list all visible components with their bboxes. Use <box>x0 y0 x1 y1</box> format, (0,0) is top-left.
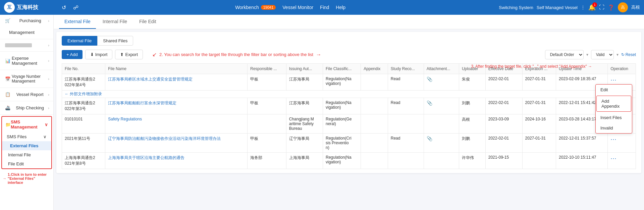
cell-file-no: 01010101 <box>62 114 105 134</box>
home-icon[interactable]: ☍ <box>71 3 80 12</box>
tab-file-edit[interactable]: File Edit <box>134 15 162 29</box>
sidebar-item-blurred[interactable]: › <box>0 40 53 51</box>
cell-file-name: 江苏海事局桥区水域水上交通安全监督管理规定 <box>105 74 248 91</box>
import-button[interactable]: ⬇ Import <box>85 50 113 59</box>
cell-classification: Regulation(General) <box>323 114 361 134</box>
cell-effective: 2022-02-01 <box>485 134 522 153</box>
help-circle-icon[interactable]: ❓ <box>608 4 614 11</box>
sidebar-item-vessel-report[interactable]: 📋 Vessel Report › <box>0 89 53 100</box>
notification-bell-icon[interactable]: 🔔1 <box>588 4 596 11</box>
help-link[interactable]: Help <box>336 5 345 10</box>
sub-tab-shared-files[interactable]: Shared Files <box>97 36 133 46</box>
operation-dots-btn4[interactable]: ··· <box>610 136 616 143</box>
cell-operation[interactable]: ··· <box>608 153 636 169</box>
sidebar-voyage-label: Voyage Number Management <box>12 74 48 84</box>
cell-issuing: Changjiang Maritime SafetyBureau <box>286 114 323 134</box>
tab-external-file[interactable]: External File <box>59 15 96 29</box>
col-uploader: Uploader <box>459 64 485 74</box>
sidebar-purchasing-label: Purchasing <box>19 18 41 23</box>
find-link[interactable]: Find <box>320 5 329 10</box>
sidebar-item-internal-file[interactable]: Internal File <box>2 150 51 159</box>
sub-tab-external-file[interactable]: External File <box>62 36 97 46</box>
more-options-icon[interactable]: ⋮ <box>581 5 585 10</box>
cell-file-name: 辽宁海事局防治船舶污染物接收作业活动污染海洋环境管理办法 <box>105 134 248 153</box>
sidebar-item-expense[interactable]: 📊 Expense Management › <box>0 52 53 69</box>
blurred-icon <box>5 43 32 47</box>
sidebar-item-file-edit[interactable]: File Edit <box>2 159 51 168</box>
logo-text: 互海科技 <box>17 4 38 11</box>
cell-responsible: 海务部 <box>248 153 286 169</box>
cell-uploader: 刘鹏 <box>459 134 485 153</box>
sms-management-section: 📁 SMS Management ∨ SMS Files ∨ External … <box>1 116 52 169</box>
cell-update-time: 2022-12-01 15:37:57 <box>556 134 608 153</box>
cell-attachment: 📎 <box>424 134 459 153</box>
sort-select[interactable]: Default Order <box>545 50 584 59</box>
attachment-icon: 📎 <box>427 76 432 82</box>
sidebar-item-external-files[interactable]: External Files <box>2 141 51 150</box>
cell-classification: Regulation(Crisis Prevention) <box>323 134 361 153</box>
file-name-link[interactable]: 江苏海事局桥区水域水上交通安全监督管理规定 <box>108 77 193 82</box>
operation-dots-btn5[interactable]: ··· <box>610 155 616 162</box>
cell-operation[interactable]: ··· Edit Add Appendix Insert Files Inval… <box>608 74 636 91</box>
switching-system[interactable]: Switching System <box>499 5 533 10</box>
col-attachment: Attachment... <box>424 64 459 74</box>
cell-uploader: 高根 <box>459 114 485 134</box>
table-container: File No. File Name Responsible ... Issui… <box>62 63 636 169</box>
file-name-link3[interactable]: Safety Regulations <box>108 117 142 121</box>
file-name-link5[interactable]: 上海海事局关于辖区沿海主要公航路的通告 <box>108 155 184 160</box>
export-button[interactable]: ⬆ Export <box>115 50 143 59</box>
cell-expiration: 2027-01-31 <box>522 134 556 153</box>
toolbar-area: + Add ⬇ Import ⬆ Export ↙ 2. You can sea… <box>62 50 636 59</box>
divider2 <box>0 51 53 52</box>
cell-appendix <box>361 74 388 91</box>
sidebar-item-voyage[interactable]: 📅 Voyage Number Management › <box>0 71 53 87</box>
cell-attachment: 📎 <box>424 98 459 114</box>
ship-icon: 🚢 <box>5 105 10 110</box>
sidebar-ship-label: Ship Checking <box>16 105 44 110</box>
vessel-monitor-link[interactable]: Vessel Monitor <box>282 5 313 10</box>
self-managed-vessel[interactable]: Self Managed Vessel <box>537 5 578 10</box>
col-classification: File Classific... <box>323 64 361 74</box>
reset-button[interactable]: ↻ Reset <box>621 52 636 57</box>
cell-file-no: 江苏海事局通告2022年第4号 <box>62 74 105 91</box>
cell-responsible: 甲板 <box>248 98 286 114</box>
file-name-link2[interactable]: 江苏海事局船舶航行富余水深管理规定 <box>108 101 176 105</box>
tab-internal-file[interactable]: Internal File <box>97 15 132 29</box>
vessel-icon: 📋 <box>5 92 10 97</box>
operation-dots-btn[interactable]: ··· <box>610 76 616 83</box>
divider5 <box>0 101 53 101</box>
sub-tabs: External File Shared Files <box>62 36 636 46</box>
workbench-link[interactable]: Workbench 19041 <box>235 5 276 10</box>
dropdown-edit[interactable]: Edit <box>596 85 632 95</box>
cell-operation[interactable]: ··· <box>608 134 636 153</box>
cell-attachment <box>424 153 459 169</box>
add-button[interactable]: + Add <box>62 50 83 59</box>
sidebar-item-ship-checking[interactable]: 🚢 Ship Checking › <box>0 102 53 114</box>
user-avatar[interactable]: 高 <box>618 2 628 12</box>
cell-file-no: 江苏海事局通告2022年第3号 <box>62 98 105 114</box>
sidebar-item-sms-files[interactable]: SMS Files ∨ <box>2 132 51 141</box>
import-icon: ⬇ <box>90 52 94 57</box>
voyage-icon: 📅 <box>5 76 10 82</box>
cell-appendix <box>361 153 388 169</box>
sidebar-item-management[interactable]: Management <box>0 27 53 38</box>
cell-study <box>388 114 424 134</box>
back-icon[interactable]: ↺ <box>59 3 68 12</box>
dropdown-invalid[interactable]: Invalid <box>596 123 632 133</box>
sidebar-vessel-label: Vessel Report <box>16 92 44 97</box>
fullscreen-icon[interactable]: ⛶ <box>599 4 604 10</box>
sidebar-item-purchasing[interactable]: 🛒 Purchasing › <box>0 15 53 27</box>
dropdown-insert-files[interactable]: Insert Files <box>596 112 632 123</box>
dropdown-add-appendix[interactable]: Add Appendix <box>596 96 631 112</box>
chevron-right-icon4: › <box>48 77 49 81</box>
sidebar-item-sms-management[interactable]: 📁 SMS Management ∨ <box>2 117 51 132</box>
file-name-link4[interactable]: 辽宁海事局防治船舶污染物接收作业活动污染海洋环境管理办法 <box>108 136 221 141</box>
cell-uploader: 刘鹏 <box>459 98 485 114</box>
cell-attachment: 📎 <box>424 74 459 91</box>
filter-select[interactable]: Valid <box>591 50 614 59</box>
col-file-no: File No. <box>62 64 105 74</box>
nav-right: Switching System Self Managed Vessel ⋮ 🔔… <box>499 2 640 12</box>
divider6 <box>0 114 53 115</box>
divider4 <box>0 88 53 88</box>
expense-icon: 📊 <box>5 58 10 63</box>
